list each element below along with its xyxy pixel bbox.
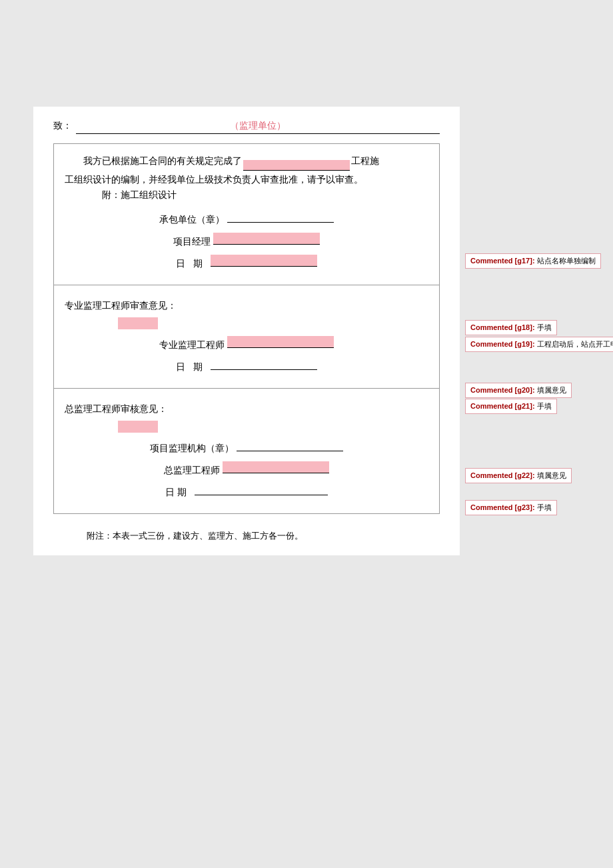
footer-note: 附注：本表一式三份，建设方、监理方、施工方各一份。 bbox=[53, 521, 440, 542]
comment-g19-label: Commented [g19]: bbox=[470, 340, 535, 348]
comment-g19: Commented [g19]: 工程启动后，站点开工申请之前 bbox=[465, 337, 613, 352]
supervisor-date-label: 日 期 bbox=[176, 361, 205, 373]
comment-g22: Commented [g22]: 填属意见 bbox=[465, 468, 572, 483]
form-section-body: 我方已根据施工合同的有关规定完成了工程施 工组织设计的编制，并经我单位上级技术负… bbox=[54, 144, 439, 285]
manager-label: 项目经理 bbox=[173, 236, 211, 248]
unit-blank[interactable] bbox=[227, 211, 334, 223]
comment-g18-text: 手填 bbox=[537, 323, 552, 331]
comment-g17: Commented [g17]: 站点名称单独编制 bbox=[465, 253, 601, 269]
chief-org-row: 项目监理机构（章） bbox=[65, 439, 428, 455]
comment-g21-label: Commented [g21]: bbox=[470, 402, 535, 410]
chief-date-blank[interactable] bbox=[195, 483, 328, 495]
chief-date-label: 日期 bbox=[165, 487, 189, 499]
manager-row: 项目经理 bbox=[65, 233, 428, 248]
body-line1-pre: 我方已根据施工合同的有关规定完成了 bbox=[83, 156, 242, 166]
comment-g23: Commented [g23]: 手填 bbox=[465, 500, 557, 515]
chief-engineer-row: 总监理工程师 bbox=[65, 461, 428, 477]
contractor-date-row: 日 期 bbox=[65, 255, 428, 270]
supervisor-engineer-blank[interactable] bbox=[227, 336, 334, 348]
chief-org-blank[interactable] bbox=[237, 439, 343, 451]
address-label: 致： bbox=[53, 120, 72, 132]
comment-g17-text: 站点名称单独编制 bbox=[537, 257, 596, 265]
comment-g17-label: Commented [g17]: bbox=[470, 257, 535, 265]
body-text: 我方已根据施工合同的有关规定完成了工程施 bbox=[65, 152, 428, 171]
unit-row: 承包单位（章） bbox=[65, 211, 428, 226]
chief-engineer-label: 总监理工程师 bbox=[164, 465, 220, 477]
comment-g18: Commented [g18]: 手填 bbox=[465, 320, 557, 335]
comment-g20: Commented [g20]: 填属意见 bbox=[465, 383, 572, 398]
comment-g22-text: 填属意见 bbox=[537, 471, 566, 479]
supervisor-engineer-row: 专业监理工程师 bbox=[65, 336, 428, 351]
attachment-line: 附：施工组织设计 bbox=[65, 189, 428, 201]
body-line1-post: 工程施 bbox=[351, 156, 379, 166]
form-section-chief: 总监理工程师审核意见： 项目监理机构（章） 总监理工程师 bbox=[54, 389, 439, 513]
supervisor-engineer-label: 专业监理工程师 bbox=[159, 339, 225, 351]
comment-g20-label: Commented [g20]: bbox=[470, 386, 535, 394]
contractor-date-blank[interactable] bbox=[211, 255, 317, 267]
supervisor-date-row: 日 期 bbox=[65, 358, 428, 373]
comment-g23-label: Commented [g23]: bbox=[470, 503, 535, 511]
supervisor-opinion-blank[interactable] bbox=[118, 317, 158, 329]
supervisor-date-blank[interactable] bbox=[211, 358, 317, 370]
chief-header: 总监理工程师审核意见： bbox=[65, 403, 428, 415]
comment-g19-text: 工程启动后，站点开工申请之前 bbox=[537, 340, 613, 348]
address-value: （监理单位） bbox=[76, 120, 440, 134]
unit-label: 承包单位（章） bbox=[159, 214, 225, 226]
chief-date-row: 日期 bbox=[65, 483, 428, 499]
chief-engineer-blank[interactable] bbox=[223, 461, 329, 473]
form-box: 我方已根据施工合同的有关规定完成了工程施 工组织设计的编制，并经我单位上级技术负… bbox=[53, 143, 440, 514]
chief-opinion-blank[interactable] bbox=[118, 421, 158, 433]
body-line2: 工组织设计的编制，并经我单位上级技术负责人审查批准，请予以审查。 bbox=[65, 171, 428, 189]
supervisor-sig-area: 专业监理工程师 日 期 bbox=[65, 336, 428, 373]
comment-g21: Commented [g21]: 手填 bbox=[465, 399, 557, 414]
comment-g20-text: 填属意见 bbox=[537, 386, 566, 394]
form-section-supervisor: 专业监理工程师审查意见： 专业监理工程师 日 期 bbox=[54, 285, 439, 389]
chief-sig-area: 项目监理机构（章） 总监理工程师 日期 bbox=[65, 439, 428, 499]
address-line: 致： （监理单位） bbox=[53, 120, 440, 134]
comment-g23-text: 手填 bbox=[537, 503, 552, 511]
comment-g21-text: 手填 bbox=[537, 402, 552, 410]
page-wrapper: 致： （监理单位） 我方已根据施工合同的有关规定完成了工程施 工组织设计的编制，… bbox=[0, 0, 613, 868]
main-content: 致： （监理单位） 我方已根据施工合同的有关规定完成了工程施 工组织设计的编制，… bbox=[33, 107, 460, 555]
doc-area: 致： （监理单位） 我方已根据施工合同的有关规定完成了工程施 工组织设计的编制，… bbox=[33, 107, 460, 555]
comment-g22-label: Commented [g22]: bbox=[470, 471, 535, 479]
project-name-blank[interactable] bbox=[243, 160, 350, 171]
contractor-date-label: 日 期 bbox=[176, 258, 205, 270]
contractor-sig-area: 承包单位（章） 项目经理 日 期 bbox=[65, 211, 428, 270]
supervisor-header: 专业监理工程师审查意见： bbox=[65, 300, 428, 312]
comment-g18-label: Commented [g18]: bbox=[470, 323, 535, 331]
manager-blank[interactable] bbox=[213, 233, 320, 245]
chief-org-label: 项目监理机构（章） bbox=[150, 443, 234, 455]
